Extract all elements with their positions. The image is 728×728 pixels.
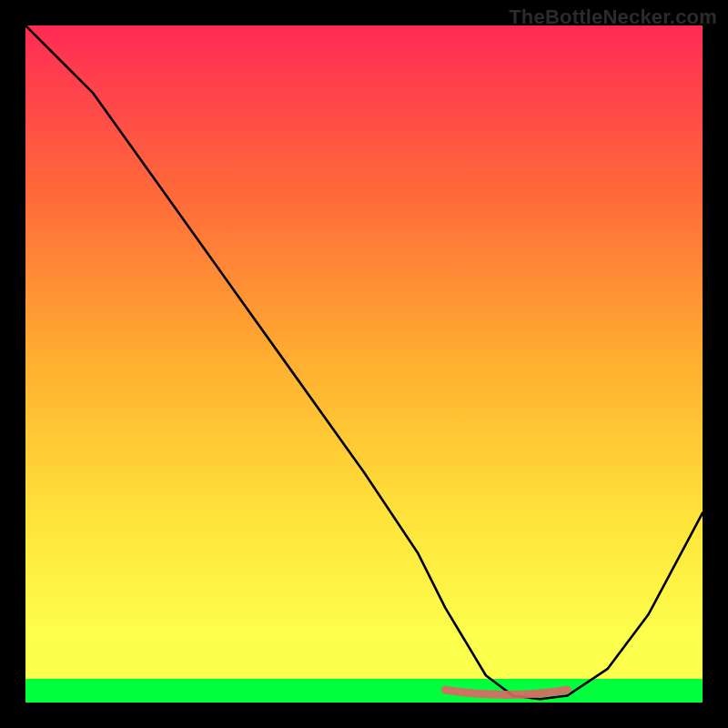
chart-frame: TheBottleNecker.com — [0, 0, 728, 728]
watermark-text: TheBottleNecker.com — [509, 5, 717, 29]
svg-rect-1 — [25, 679, 703, 703]
chart-plot-area — [25, 25, 703, 703]
svg-rect-0 — [25, 25, 703, 703]
chart-svg — [25, 25, 703, 703]
